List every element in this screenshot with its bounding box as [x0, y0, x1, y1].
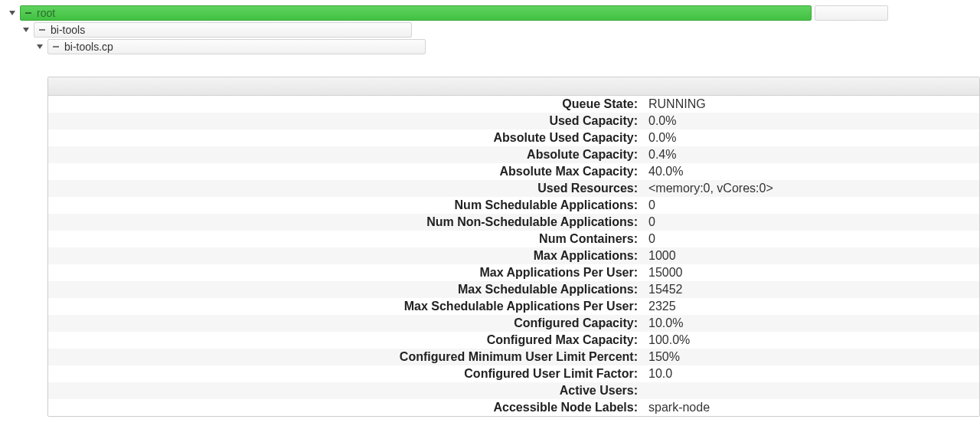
detail-row: Configured Capacity: 10.0% — [48, 315, 979, 332]
detail-value: 0 — [641, 232, 655, 246]
svg-rect-1 — [39, 29, 45, 31]
queue-node-label: bi-tools.cp — [64, 41, 113, 53]
collapse-icon[interactable] — [21, 25, 31, 34]
detail-row: Absolute Max Capacity: 40.0% — [48, 163, 979, 180]
detail-value: 0.4% — [641, 148, 676, 162]
detail-label: Max Applications: — [48, 249, 641, 263]
queue-node-root[interactable]: root — [20, 5, 812, 21]
detail-row: Max Applications: 1000 — [48, 247, 979, 264]
detail-label: Max Applications Per User: — [48, 266, 641, 280]
detail-label: Max Schedulable Applications Per User: — [48, 300, 641, 313]
detail-value: 0.0% — [641, 114, 676, 128]
detail-value: 0.0% — [641, 131, 676, 145]
detail-label: Absolute Used Capacity: — [48, 131, 641, 145]
detail-label: Accessible Node Labels: — [48, 401, 641, 414]
detail-row: Max Schedulable Applications: 15452 — [48, 281, 979, 298]
detail-value: 2325 — [641, 300, 676, 313]
detail-value: 15000 — [641, 266, 683, 280]
detail-label: Absolute Max Capacity: — [48, 165, 641, 179]
detail-label: Configured Capacity: — [48, 316, 641, 330]
detail-value: 0 — [641, 198, 655, 212]
queue-node-bi-tools-cp[interactable]: bi-tools.cp — [47, 39, 426, 54]
minus-icon — [51, 42, 60, 51]
detail-label: Configured User Limit Factor: — [48, 367, 641, 381]
detail-label: Num Containers: — [48, 232, 641, 246]
collapse-icon[interactable] — [35, 42, 44, 51]
panel-header — [48, 77, 979, 96]
detail-value: 0 — [641, 215, 655, 229]
detail-row: Queue State: RUNNING — [48, 96, 979, 113]
detail-row: Num Schedulable Applications: 0 — [48, 197, 979, 214]
minus-icon — [38, 25, 47, 34]
detail-row: Used Capacity: 0.0% — [48, 113, 979, 129]
detail-value: <memory:0, vCores:0> — [641, 182, 773, 195]
detail-label: Max Schedulable Applications: — [48, 283, 641, 296]
root-capacity-tail — [815, 5, 888, 21]
queue-node-label: bi-tools — [51, 24, 85, 36]
minus-icon — [24, 8, 33, 18]
svg-rect-0 — [25, 12, 31, 14]
queue-node-bi-tools[interactable]: bi-tools — [34, 22, 412, 38]
tree-row-bi-tools: bi-tools — [8, 21, 980, 38]
detail-value: 40.0% — [641, 165, 683, 179]
queue-details-panel: Queue State: RUNNING Used Capacity: 0.0%… — [47, 77, 980, 417]
detail-row: Absolute Capacity: 0.4% — [48, 146, 979, 163]
detail-label: Configured Minimum User Limit Percent: — [48, 350, 641, 364]
detail-rows: Queue State: RUNNING Used Capacity: 0.0%… — [48, 96, 979, 416]
detail-row: Max Schedulable Applications Per User: 2… — [48, 298, 979, 315]
detail-row: Absolute Used Capacity: 0.0% — [48, 129, 979, 146]
detail-label: Used Capacity: — [48, 114, 641, 128]
detail-label: Queue State: — [48, 97, 641, 111]
detail-row: Num Containers: 0 — [48, 231, 979, 247]
queue-tree: root bi-tools bi-tools.cp — [0, 0, 980, 55]
detail-value: spark-node — [641, 401, 710, 414]
detail-label: Used Resources: — [48, 182, 641, 195]
detail-value: 10.0% — [641, 316, 683, 330]
svg-rect-2 — [53, 46, 59, 48]
tree-row-root: root — [8, 5, 888, 21]
detail-value: 150% — [641, 350, 680, 364]
queue-node-label: root — [37, 7, 55, 19]
detail-value: 10.0 — [641, 367, 672, 381]
detail-row: Configured Minimum User Limit Percent: 1… — [48, 349, 979, 365]
detail-row: Configured Max Capacity: 100.0% — [48, 332, 979, 349]
detail-label: Absolute Capacity: — [48, 148, 641, 162]
detail-value: 100.0% — [641, 333, 690, 347]
tree-row-bi-tools-cp: bi-tools.cp — [8, 38, 980, 55]
detail-value: RUNNING — [641, 97, 706, 111]
detail-row: Num Non-Schedulable Applications: 0 — [48, 214, 979, 231]
detail-value: 15452 — [641, 283, 683, 296]
detail-row: Accessible Node Labels: spark-node — [48, 399, 979, 416]
detail-label: Active Users: — [48, 384, 641, 398]
detail-row: Configured User Limit Factor: 10.0 — [48, 365, 979, 382]
detail-value: 1000 — [641, 249, 676, 263]
detail-label: Num Schedulable Applications: — [48, 198, 641, 212]
detail-row: Max Applications Per User: 15000 — [48, 264, 979, 281]
detail-row: Active Users: — [48, 382, 979, 399]
detail-label: Configured Max Capacity: — [48, 333, 641, 347]
detail-row: Used Resources: <memory:0, vCores:0> — [48, 180, 979, 197]
collapse-icon[interactable] — [8, 8, 17, 18]
detail-label: Num Non-Schedulable Applications: — [48, 215, 641, 229]
